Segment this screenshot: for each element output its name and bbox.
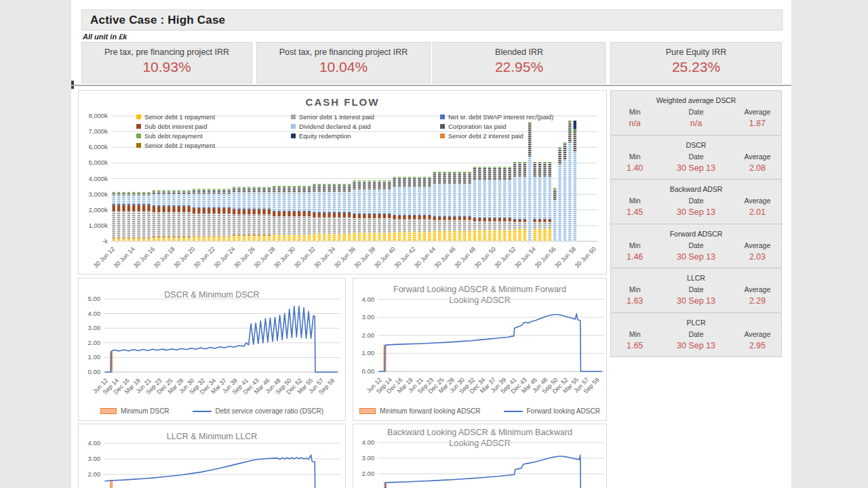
bar-segment-corp_tax xyxy=(157,191,160,194)
bar-segment-dividend xyxy=(518,177,521,219)
bar-segment-sen1_repay xyxy=(353,233,355,241)
bar-segment-swap xyxy=(277,211,280,211)
bar-segment-swap xyxy=(408,215,411,216)
x-axis-label: 30 Jun 34 xyxy=(313,245,336,269)
bar-segment-sen1_repay xyxy=(438,231,441,241)
bar-segment-swap xyxy=(378,214,380,214)
stat-value: 1.40 xyxy=(611,163,658,173)
stat-column-headers: MinDateAverage xyxy=(611,285,781,293)
bar-segment-sub_int xyxy=(127,205,130,211)
bar-segment-sen1_int xyxy=(413,219,416,232)
bar-segment-sen1_repay xyxy=(358,233,361,241)
bar-segment-sen1_repay xyxy=(233,236,235,241)
bar-segment-swap xyxy=(182,205,185,206)
kpi-card-pure-equity-irr[interactable]: Pure Equity IRR 25.23% xyxy=(610,42,782,83)
cashflow-chart[interactable]: CASH FLOW 8,000k7,000k6,000k5,000k4,000k… xyxy=(78,90,607,274)
bar-segment-sen2_repay xyxy=(208,236,210,237)
bar-segment-swap xyxy=(313,212,315,213)
bar-segment-sub_int xyxy=(268,209,271,215)
stat-values: 1.4530 Sep 132.01 xyxy=(611,207,781,217)
bar-segment-sen1_int xyxy=(478,221,481,230)
bar-segment-dividend xyxy=(113,195,115,204)
bar-segment-sen1_int xyxy=(313,218,315,234)
bar-segment-dividend xyxy=(333,192,336,212)
kpi-value: 10.04% xyxy=(257,59,430,75)
bar-segment-sen2_int xyxy=(162,236,165,237)
bar-segment-sen1_repay xyxy=(348,234,351,241)
bar-segment-dividend xyxy=(167,195,170,205)
bar-segment-sub_repay xyxy=(113,192,115,193)
bar-segment-dividend xyxy=(208,194,210,207)
x-axis-label: 30 Jun 58 xyxy=(553,245,577,269)
legend-label: Dividend declared & paid xyxy=(299,123,371,130)
bar-segment-dividend xyxy=(308,192,311,210)
coverage-ratio-stats-panel[interactable]: Weighted average DSCRMinDateAveragen/an/… xyxy=(610,90,782,357)
bar-segment-swap xyxy=(473,218,476,218)
bar-segment-sen2_int xyxy=(203,236,205,237)
bar-segment-sub_int xyxy=(248,209,250,215)
bar-segment-sub_int xyxy=(288,211,290,216)
bar-segment-sen1_repay xyxy=(398,232,401,241)
legend-swatch-dividend xyxy=(291,124,296,129)
bar-segment-sen1_int xyxy=(157,212,160,236)
bar-segment-sub_int xyxy=(513,220,516,222)
bar-segment-sub_repay xyxy=(283,186,285,186)
bar-segment-sen1_int xyxy=(538,222,541,229)
stat-section: LLCRMinDateAverage1.6330 Sep 132.29 xyxy=(611,268,781,312)
kpi-card-pretax-irr[interactable]: Pre tax, pre financing project IRR 10.93… xyxy=(81,42,252,83)
bar-segment-corp_tax xyxy=(298,187,300,193)
bar-segment-swap xyxy=(328,212,330,213)
bar-segment-corp_tax xyxy=(403,178,406,187)
y-axis-label: 1.00 xyxy=(362,349,375,357)
kpi-card-posttax-irr[interactable]: Post tax, pre financing project IRR 10.0… xyxy=(256,42,431,83)
bar-segment-sen1_repay xyxy=(237,236,240,241)
x-axis-label: 30 Jun 28 xyxy=(253,245,277,269)
legend-label: Net sr. debt SWAP interest rec/(paid) xyxy=(448,113,553,121)
bar-segment-sen2_int xyxy=(178,236,180,237)
bar-segment-sen1_repay xyxy=(483,230,486,241)
kpi-value: 22.95% xyxy=(433,59,605,75)
bar-segment-sub_int xyxy=(483,218,486,221)
bar-segment-dividend xyxy=(162,195,165,205)
bar-segment-sub_repay xyxy=(343,184,346,184)
bar-segment-sub_repay xyxy=(218,189,220,190)
bar-segment-swap xyxy=(448,216,451,217)
bar-segment-sub_repay xyxy=(488,167,491,167)
stat-column-label: Min xyxy=(611,241,658,249)
bar-segment-sen2_int xyxy=(258,235,260,235)
bar-segment-sen1_int xyxy=(218,214,220,236)
bar-segment-sen2_int xyxy=(228,236,231,237)
bar-segment-sub_int xyxy=(178,206,180,212)
y-axis-label: 0.00 xyxy=(362,367,375,375)
bar-segment-sen1_repay xyxy=(277,235,280,241)
bar-segment-sen1_int xyxy=(353,218,355,233)
minimum-bar xyxy=(111,481,113,488)
stat-column-headers: MinDateAverage xyxy=(611,108,781,116)
kpi-card-blended-irr[interactable]: Blended IRR 22.95% xyxy=(433,42,606,83)
bar-segment-dividend xyxy=(293,192,296,210)
bar-segment-sub_int xyxy=(328,213,330,218)
bar-segment-sub_repay xyxy=(358,180,361,181)
bar-segment-swap xyxy=(258,208,260,209)
bar-segment-sub_int xyxy=(157,206,160,212)
stat-values: 1.6330 Sep 132.29 xyxy=(611,296,781,306)
forward-adscr-chart[interactable]: Forward Looking ADSCR & Minimum ForwardL… xyxy=(353,278,607,421)
legend-swatch-sen1_repay xyxy=(136,115,141,119)
bar-segment-corp_tax xyxy=(218,190,220,194)
bar-segment-sub_repay xyxy=(252,187,255,188)
bar-segment-corp_tax xyxy=(558,149,561,165)
bar-segment-sen2_repay xyxy=(212,236,215,237)
legend-swatch-sub_repay xyxy=(136,134,141,138)
backward-adscr-chart[interactable]: Backward Looking ADSCR & Minimum Backwar… xyxy=(353,424,607,488)
dscr-chart[interactable]: DSCR & Minimum DSCR5.004.003.002.001.000… xyxy=(78,278,346,421)
bar-segment-sub_repay xyxy=(338,184,340,184)
bar-segment-sub_int xyxy=(438,217,441,220)
bar-segment-corp_tax xyxy=(137,193,140,195)
dashboard-title-bar[interactable]: Active Case : High Case xyxy=(81,9,783,30)
bar-segment-sen1_int xyxy=(283,216,285,235)
y-axis-label: 1,000k xyxy=(88,222,108,229)
bar-segment-sub_int xyxy=(113,205,115,211)
llcr-chart[interactable]: LLCR & Minimum LLCR4.003.002.00 xyxy=(78,424,346,488)
bar-segment-corp_tax xyxy=(313,185,315,192)
section-divider xyxy=(71,85,791,86)
